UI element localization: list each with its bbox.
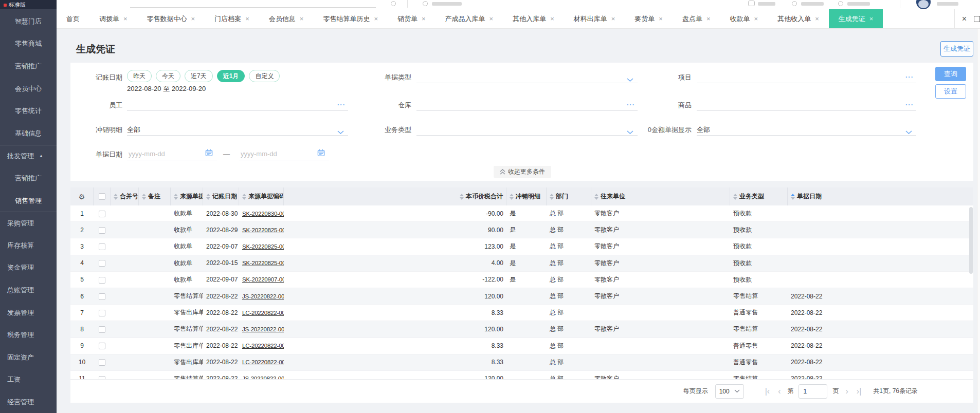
table-row[interactable]: 4收款单2022-09-15SK-20220825-0014.00是总 部零散客… <box>70 255 973 272</box>
source-doc-code-link[interactable]: SK-20220907-002 <box>242 276 284 283</box>
sort-asc-icon[interactable] <box>242 194 246 196</box>
goods-picker[interactable] <box>697 99 916 111</box>
column-header-本币价税合计[interactable]: 本币价税合计 <box>284 187 506 205</box>
help-icon[interactable] <box>423 1 428 6</box>
table-row[interactable]: 2收款单2022-08-29SK-20220825-00190.00是总 部零散… <box>70 222 973 238</box>
close-tab-icon[interactable]: × <box>374 15 378 23</box>
sort-arrows-icon[interactable] <box>510 194 514 200</box>
row-checkbox[interactable] <box>99 227 105 234</box>
goods-picker-dots[interactable]: ··· <box>905 101 914 108</box>
sort-desc-icon[interactable] <box>733 197 737 200</box>
sort-arrows-icon[interactable] <box>791 194 795 200</box>
column-header-合并号[interactable]: 合并号 <box>111 187 139 205</box>
sort-desc-icon[interactable] <box>242 197 246 200</box>
sort-arrows-icon[interactable] <box>460 194 464 200</box>
source-doc-code-link[interactable]: JS-20220822-002 <box>242 293 284 299</box>
select-all-checkbox[interactable] <box>99 193 105 200</box>
sidebar-item-总账管理[interactable]: 总账管理 <box>0 279 57 302</box>
sidebar-item-零售统计[interactable]: 零售统计 <box>0 100 57 122</box>
project-picker-dots[interactable]: ··· <box>905 73 914 81</box>
chevron-down-icon[interactable] <box>337 127 344 137</box>
employee-picker-dots[interactable]: ··· <box>337 101 346 108</box>
close-tab-icon[interactable]: × <box>550 15 554 23</box>
tab-盘点单[interactable]: 盘点单× <box>673 9 720 28</box>
sidebar-item-发票管理[interactable]: 发票管理 <box>0 302 57 324</box>
chevron-down-icon[interactable] <box>627 127 633 137</box>
column-header-来源单据[interactable]: 来源单据 <box>171 187 203 205</box>
close-tab-icon[interactable]: × <box>611 15 615 23</box>
sort-desc-icon[interactable] <box>206 197 210 200</box>
column-header-部门[interactable]: 部门 <box>547 187 591 205</box>
column-header-gear[interactable]: ⚙ <box>70 187 94 205</box>
sort-arrows-icon[interactable] <box>206 194 210 200</box>
close-tab-icon[interactable]: × <box>815 15 819 23</box>
tab-零售数据中心[interactable]: 零售数据中心× <box>137 9 205 28</box>
chevron-down-icon[interactable] <box>905 127 912 137</box>
clear-search-icon[interactable] <box>391 1 396 6</box>
column-header-记账日期[interactable]: 记账日期 <box>203 187 239 205</box>
sort-asc-icon[interactable] <box>114 194 118 196</box>
helpcenter-icon[interactable] <box>792 1 797 6</box>
zero-amount-select[interactable] <box>697 123 916 136</box>
sidebar-item-资金管理[interactable]: 资金管理 <box>0 257 57 279</box>
first-page-button[interactable]: |‹ <box>764 387 771 396</box>
warehouse-picker[interactable] <box>416 99 638 111</box>
sort-asc-icon[interactable] <box>174 194 178 196</box>
table-row[interactable]: 5收款单2022-09-07SK-20220907-002-122.00是总 部… <box>70 272 973 288</box>
sidebar-item-基础信息[interactable]: 基础信息 <box>0 122 57 145</box>
sidebar-item-采购管理[interactable]: 采购管理 <box>0 212 57 234</box>
tab-首页[interactable]: 首页 <box>57 9 89 28</box>
tab-生成凭证[interactable]: 生成凭证× <box>829 9 883 28</box>
tab-调拨单[interactable]: 调拨单× <box>89 9 137 28</box>
tab-材料出库单[interactable]: 材料出库单× <box>564 9 625 28</box>
sort-arrows-icon[interactable] <box>550 194 554 200</box>
avatar[interactable] <box>916 0 931 9</box>
close-tab-icon[interactable]: × <box>754 15 758 23</box>
source-doc-code-link[interactable]: LC-20220822-003 <box>242 343 284 349</box>
close-tab-icon[interactable]: × <box>300 15 304 23</box>
row-checkbox[interactable] <box>99 359 105 366</box>
page-number-input[interactable] <box>798 384 827 399</box>
row-checkbox[interactable] <box>99 310 105 316</box>
scrollbar-thumb[interactable] <box>969 207 973 274</box>
sort-desc-icon[interactable] <box>142 197 146 200</box>
sidebar-item-经营管理[interactable]: 经营管理 <box>0 391 57 413</box>
source-doc-code-link[interactable]: SK-20220825-001 <box>242 260 284 266</box>
sort-arrows-icon[interactable] <box>733 194 737 200</box>
table-row[interactable]: 8零售结算单2022-08-22JS-20220822-003120.00总 部… <box>70 321 973 337</box>
source-doc-code-link[interactable]: JS-20220822-003 <box>242 326 284 332</box>
project-picker[interactable] <box>697 71 916 83</box>
tab-其他收入单[interactable]: 其他收入单× <box>768 9 829 28</box>
tab-会员信息[interactable]: 会员信息× <box>259 9 314 28</box>
sort-desc-icon[interactable] <box>594 197 598 200</box>
query-button[interactable]: 查询 <box>935 67 966 81</box>
sort-arrows-icon[interactable] <box>242 194 246 200</box>
date-preset-今天[interactable]: 今天 <box>156 70 180 82</box>
table-row[interactable]: 1收款单2022-08-30SK-20220830-002-90.00是总 部零… <box>70 205 973 222</box>
sidebar-item-营销推广[interactable]: 营销推广 <box>0 55 57 78</box>
date-preset-昨天[interactable]: 昨天 <box>127 70 152 82</box>
generate-voucher-button[interactable]: 生成凭证 <box>940 41 973 57</box>
calendar-icon[interactable] <box>205 149 213 159</box>
sort-arrows-icon[interactable] <box>114 194 118 200</box>
sort-desc-icon[interactable] <box>174 197 178 200</box>
row-checkbox[interactable] <box>99 293 105 300</box>
sort-arrows-icon[interactable] <box>594 194 598 200</box>
sidebar-item-零售商城[interactable]: 零售商城 <box>0 33 57 55</box>
sort-asc-icon[interactable] <box>594 194 598 196</box>
message-icon[interactable] <box>748 1 755 6</box>
doc-date-end-underline[interactable] <box>239 148 329 160</box>
row-checkbox[interactable] <box>99 211 105 217</box>
source-doc-code-link[interactable]: SK-20220825-001 <box>242 227 284 233</box>
date-preset-自定义[interactable]: 自定义 <box>249 70 280 82</box>
tab-其他入库单[interactable]: 其他入库单× <box>503 9 564 28</box>
sidebar-item-库存核算[interactable]: 库存核算 <box>0 234 57 257</box>
sort-asc-icon[interactable] <box>510 194 514 196</box>
column-header-checkbox[interactable] <box>94 187 111 205</box>
table-row[interactable]: 6零售结算单2022-08-22JS-20220822-002120.00总 部… <box>70 288 973 305</box>
settings-button[interactable]: 设置 <box>935 84 966 99</box>
close-tab-icon[interactable]: × <box>245 15 249 23</box>
table-row[interactable]: 11零售结算单2022-08-22JS-20220822-001120.00总 … <box>70 371 973 379</box>
close-all-tabs-button[interactable]: × <box>962 14 967 24</box>
sidebar-item-工资[interactable]: 工资 <box>0 369 57 391</box>
